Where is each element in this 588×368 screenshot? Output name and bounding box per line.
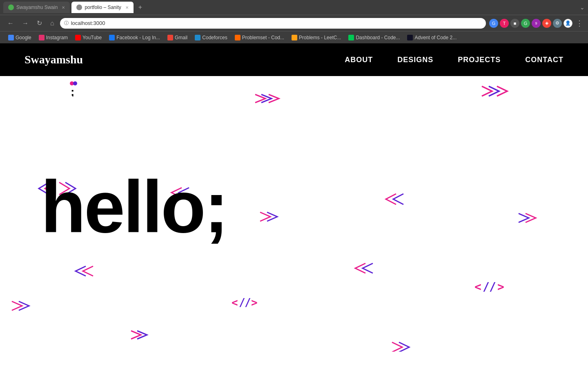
browser-window: Swayamshu Swain ✕ portfolio – Sanity ✕ +…	[0, 0, 588, 352]
bookmark-advent-label: Advent of Code 2...	[414, 35, 457, 40]
float-arrow-2	[480, 84, 517, 100]
svg-text:/: /	[483, 280, 490, 294]
profile-icon[interactable]: 👤	[564, 19, 572, 28]
float-arrow-10	[129, 330, 157, 342]
hero-section: ; hello;	[0, 76, 588, 352]
float-arrow-1	[253, 92, 286, 106]
gmail-favicon	[167, 35, 173, 40]
svg-text:/: /	[489, 280, 496, 294]
tab-2[interactable]: portfolio – Sanity ✕	[71, 2, 133, 13]
ext-icon-1[interactable]: T	[500, 19, 509, 28]
tab-1-close[interactable]: ✕	[62, 5, 65, 10]
hero-text-content: hello;	[41, 166, 227, 248]
svg-text:<: <	[474, 280, 481, 294]
facebook-favicon	[109, 35, 115, 40]
bookmark-problemset-cod[interactable]: Problemset - Cod...	[232, 34, 287, 41]
tab-2-close[interactable]: ✕	[125, 5, 129, 10]
tab-1[interactable]: Swayamshu Swain ✕	[3, 2, 70, 13]
ext-icon-5[interactable]: ◈	[542, 19, 551, 28]
instagram-favicon	[39, 35, 45, 40]
bookmark-dashboard-label: Dashboard - Code...	[356, 35, 400, 40]
float-arrow-6	[517, 212, 545, 225]
new-tab-button[interactable]: +	[135, 4, 145, 11]
youtube-favicon	[75, 35, 81, 40]
tab-2-label: portfolio – Sanity	[85, 4, 121, 10]
svg-text:>: >	[497, 280, 504, 294]
chrome-icon: G	[489, 19, 498, 28]
cod-favicon	[235, 35, 241, 40]
advent-favicon	[407, 35, 413, 40]
bookmark-codeforces-label: Codeforces	[202, 35, 227, 40]
semicolon-decoration: ;	[69, 80, 81, 98]
tab-1-favicon	[8, 4, 14, 10]
codeforces-favicon	[195, 35, 200, 40]
ext-icon-4[interactable]: 9	[532, 19, 541, 28]
bookmark-google-label: Google	[16, 35, 31, 40]
svg-text:;: ;	[71, 85, 74, 96]
float-arrow-8	[353, 262, 386, 276]
bookmark-leetcode[interactable]: Problems - LeetC...	[288, 34, 344, 41]
bookmark-youtube-label: YouTube	[82, 35, 102, 40]
float-closing-tag-2: < / / >	[474, 278, 514, 296]
bookmark-youtube[interactable]: YouTube	[72, 34, 105, 41]
nav-about[interactable]: ABOUT	[345, 56, 373, 64]
nav-contact[interactable]: CONTACT	[525, 56, 564, 64]
address-bar[interactable]: ⓘ localhost:3000	[60, 18, 486, 29]
dashboard-favicon	[348, 35, 354, 40]
bookmark-google[interactable]: Google	[5, 34, 35, 41]
svg-point-1	[73, 81, 77, 85]
lock-icon: ⓘ	[64, 20, 69, 26]
svg-text:<: <	[232, 296, 238, 309]
bookmark-advent[interactable]: Advent of Code 2...	[404, 34, 460, 41]
float-arrow-5	[384, 193, 416, 207]
ext-icon-6[interactable]: ⚙	[553, 19, 562, 28]
hero-heading: hello;	[41, 170, 227, 244]
minimize-icon[interactable]: ⌄	[580, 4, 585, 11]
ext-icon-3[interactable]: G	[521, 19, 530, 28]
bookmark-gmail-label: Gmail	[175, 35, 187, 40]
svg-text:>: >	[251, 296, 258, 309]
bookmark-problemset-cod-label: Problemset - Cod...	[242, 35, 284, 40]
ext-icon-2[interactable]: ■	[510, 19, 519, 28]
site-navigation: Swayamshu ABOUT DESIGNS PROJECTS CONTACT	[0, 43, 588, 76]
float-arrow-11	[390, 341, 421, 352]
bookmark-instagram-label: Instagram	[46, 35, 68, 40]
nav-links: ABOUT DESIGNS PROJECTS CONTACT	[345, 56, 564, 64]
bookmark-facebook[interactable]: Facebook - Log In...	[106, 34, 163, 41]
float-arrow-9	[10, 300, 38, 313]
address-text: localhost:3000	[71, 20, 105, 26]
float-arrow-4	[258, 211, 287, 224]
leetcode-favicon	[292, 35, 297, 40]
google-favicon	[8, 35, 14, 40]
nav-designs[interactable]: DESIGNS	[397, 56, 433, 64]
bookmark-facebook-label: Facebook - Log In...	[116, 35, 160, 40]
browser-toolbar: ← → ↻ ⌂ ⓘ localhost:3000 G T ■ G 9 ◈ ⚙ 👤…	[0, 15, 588, 31]
toolbar-icons: G T ■ G 9 ◈ ⚙ 👤 ⋮	[489, 19, 583, 28]
reload-button[interactable]: ↻	[34, 18, 45, 29]
tab-1-label: Swayamshu Swain	[16, 4, 58, 10]
back-button[interactable]: ←	[5, 18, 16, 29]
bookmark-codeforces[interactable]: Codeforces	[192, 34, 230, 41]
bookmark-gmail[interactable]: Gmail	[164, 34, 191, 41]
home-button[interactable]: ⌂	[48, 18, 57, 29]
bookmark-instagram[interactable]: Instagram	[36, 34, 71, 41]
nav-projects[interactable]: PROJECTS	[458, 56, 501, 64]
bookmarks-bar: Google Instagram YouTube Facebook - Log …	[0, 31, 588, 43]
svg-text:/: /	[245, 296, 251, 309]
forward-button[interactable]: →	[20, 18, 31, 29]
bookmark-leetcode-label: Problems - LeetC...	[299, 35, 341, 40]
float-closing-tag-1: < / / >	[231, 295, 267, 311]
float-arrow-7	[74, 265, 104, 279]
bookmark-dashboard[interactable]: Dashboard - Code...	[345, 34, 403, 41]
tab-2-favicon	[76, 4, 82, 10]
more-options-icon[interactable]: ⋮	[576, 19, 583, 28]
site-logo[interactable]: Swayamshu	[24, 53, 83, 66]
website-content: Swayamshu ABOUT DESIGNS PROJECTS CONTACT…	[0, 43, 588, 352]
tab-bar: Swayamshu Swain ✕ portfolio – Sanity ✕ +…	[0, 0, 588, 15]
